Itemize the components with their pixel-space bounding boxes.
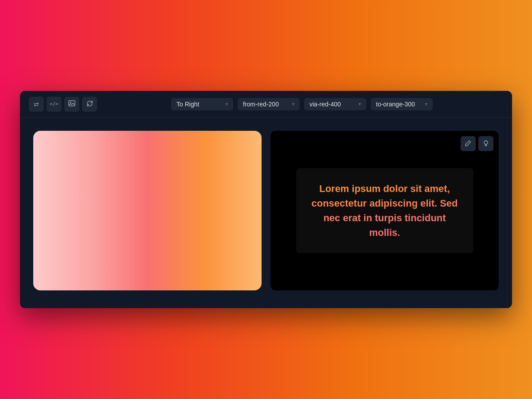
code-button[interactable]: </> (47, 97, 62, 112)
svg-rect-0 (69, 101, 75, 106)
code-icon: </> (50, 101, 59, 107)
via-color-label: via-red-400 (309, 101, 341, 108)
app-window: ⇄ </> (20, 91, 512, 308)
image-button[interactable] (64, 97, 79, 112)
to-chevron-icon: ▾ (425, 102, 427, 106)
gradient-text-span: Lorem ipsum dolor sit amet, consectetur … (311, 183, 458, 238)
swap-icon: ⇄ (34, 101, 39, 108)
direction-dropdown[interactable]: To Right ▾ (171, 98, 233, 110)
image-icon (68, 100, 75, 108)
lightbulb-button[interactable] (478, 136, 493, 151)
main-content: Lorem ipsum dolor sit amet, consectetur … (20, 117, 512, 308)
toolbar: ⇄ </> (20, 91, 512, 117)
text-content-box: Lorem ipsum dolor sit amet, consectetur … (296, 168, 473, 253)
direction-label: To Right (176, 101, 199, 108)
swap-button[interactable]: ⇄ (29, 97, 44, 112)
svg-point-1 (70, 102, 71, 103)
pencil-icon (465, 140, 471, 148)
to-color-dropdown[interactable]: to-orange-300 ▾ (371, 98, 433, 110)
lightbulb-icon (483, 140, 489, 148)
refresh-button[interactable] (82, 97, 97, 112)
toolbar-dropdowns: To Right ▾ from-red-200 ▾ via-red-400 ▾ … (101, 98, 503, 110)
to-color-label: to-orange-300 (376, 101, 415, 108)
via-chevron-icon: ▾ (359, 102, 361, 106)
from-color-label: from-red-200 (243, 101, 279, 108)
via-color-dropdown[interactable]: via-red-400 ▾ (304, 98, 366, 110)
from-color-dropdown[interactable]: from-red-200 ▾ (238, 98, 300, 110)
text-preview: Lorem ipsum dolor sit amet, consectetur … (270, 131, 499, 290)
edit-button[interactable] (461, 136, 476, 151)
lorem-text: Lorem ipsum dolor sit amet, consectetur … (307, 181, 463, 240)
gradient-preview (33, 131, 262, 290)
toolbar-left: ⇄ </> (29, 97, 97, 112)
direction-chevron-icon: ▾ (226, 102, 228, 106)
refresh-icon (86, 100, 93, 108)
from-chevron-icon: ▾ (292, 102, 294, 106)
text-preview-actions (461, 136, 493, 151)
